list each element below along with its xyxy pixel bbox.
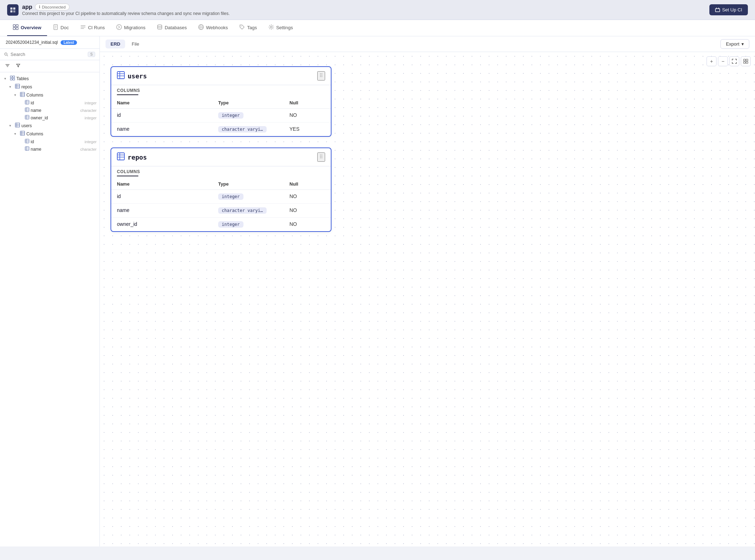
tree-item-repos-name[interactable]: ▾ name character (0, 107, 99, 114)
settings-icon (268, 24, 274, 31)
users-columns-icon (20, 131, 25, 137)
search-input[interactable] (11, 52, 86, 57)
tab-webhooks[interactable]: Webhooks (192, 20, 233, 36)
svg-rect-18 (13, 76, 15, 78)
file-name: 20240520041234_initial.sql (6, 40, 58, 45)
svg-point-38 (322, 75, 322, 76)
svg-rect-34 (117, 72, 124, 79)
file-name-row: 20240520041234_initial.sql Latest (0, 36, 99, 49)
sub-tab-file[interactable]: File (127, 40, 144, 48)
svg-point-37 (320, 75, 321, 76)
nav-tabs: Overview Doc CI Runs Migrations Database… (0, 20, 755, 36)
repos-label: repos (21, 84, 97, 89)
export-button[interactable]: Export ▾ (720, 39, 749, 49)
svg-point-40 (322, 76, 322, 77)
app-title-area: app Disconnected Connect this project to… (22, 4, 230, 16)
svg-rect-41 (117, 153, 124, 160)
repos-owner-id-type: integer (84, 116, 97, 120)
svg-point-15 (270, 26, 272, 28)
app-name-row: app Disconnected (22, 4, 230, 10)
zoom-out-button[interactable]: − (718, 56, 728, 66)
repos-table-icon (15, 84, 20, 90)
erd-table-users-header: users (111, 67, 331, 85)
main-container: Overview Doc CI Runs Migrations Database… (0, 20, 755, 546)
tab-ci-runs[interactable]: CI Runs (75, 20, 111, 36)
overview-icon (13, 24, 19, 31)
tree-item-users-id[interactable]: ▾ id integer (0, 138, 99, 145)
svg-point-35 (320, 73, 321, 74)
export-chevron-icon: ▾ (741, 41, 744, 47)
svg-rect-7 (13, 27, 15, 30)
search-bar: S (0, 49, 99, 60)
svg-point-10 (117, 25, 122, 30)
tree-item-tables[interactable]: ▾ Tables (0, 74, 99, 83)
tab-doc[interactable]: Doc (47, 20, 75, 36)
tab-overview[interactable]: Overview (7, 20, 47, 36)
repos-owner-id-type-badge: integer (218, 221, 289, 228)
repos-name-null: NO (289, 207, 325, 214)
sub-tab-erd[interactable]: ERD (106, 40, 125, 48)
banner-left: app Disconnected Connect this project to… (7, 4, 230, 16)
webhooks-icon (198, 24, 204, 31)
setup-ci-button[interactable]: Set Up CI (709, 4, 748, 15)
doc-icon (53, 24, 58, 31)
users-label: users (21, 123, 97, 128)
repos-col-header-null: Null (289, 181, 325, 187)
tree-item-repos-columns[interactable]: ▾ Columns (0, 91, 99, 99)
svg-rect-1 (13, 7, 15, 10)
search-icon (4, 52, 9, 57)
erd-repos-row-owner-id: owner_id integer NO (111, 218, 331, 231)
tab-migrations-label: Migrations (124, 25, 145, 30)
users-table-icon (15, 123, 20, 129)
sidebar: 20240520041234_initial.sql Latest S (0, 36, 100, 546)
repos-id-type-badge: integer (218, 193, 289, 200)
search-shortcut: S (88, 52, 95, 57)
app-name: app (22, 4, 32, 10)
svg-rect-8 (16, 27, 18, 30)
export-label: Export (726, 41, 739, 47)
svg-rect-17 (10, 76, 12, 78)
disconnected-badge: Disconnected (35, 4, 70, 10)
migrations-icon (116, 24, 122, 31)
chevron-users-columns: ▾ (14, 132, 19, 136)
erd-users-drag-handle[interactable] (317, 71, 325, 81)
tree-item-repos-owner-id[interactable]: ▾ owner_id integer (0, 114, 99, 121)
erd-repos-drag-handle[interactable] (317, 152, 325, 162)
svg-rect-4 (715, 9, 720, 12)
tab-databases[interactable]: Databases (151, 20, 192, 36)
collapse-all-button[interactable] (3, 62, 12, 71)
svg-rect-29 (25, 147, 29, 151)
users-name-null: YES (289, 126, 325, 133)
users-col-header-null: Null (289, 100, 325, 105)
tab-overview-label: Overview (21, 25, 41, 30)
erd-table-users-title: users (117, 71, 147, 81)
tree-item-users-name[interactable]: ▾ name character (0, 145, 99, 153)
fit-view-button[interactable] (729, 56, 739, 66)
grid-toggle-button[interactable] (741, 56, 751, 66)
tables-folder-icon (10, 76, 15, 82)
erd-repos-col-headers: Name Type Null (111, 178, 331, 190)
tree-item-repos-id[interactable]: ▾ id integer (0, 99, 99, 107)
tab-tags[interactable]: Tags (233, 20, 262, 36)
tab-settings[interactable]: Settings (263, 20, 299, 36)
repos-columns-label: Columns (26, 93, 97, 98)
repos-id-label: id (31, 100, 83, 105)
users-col-header-name: Name (117, 100, 218, 105)
users-id-type-badge: integer (218, 112, 289, 119)
repos-columns-icon (20, 92, 25, 98)
repos-name-icon (25, 108, 29, 113)
zoom-in-button[interactable]: + (707, 56, 717, 66)
filter-button[interactable] (14, 62, 23, 71)
tree-item-repos[interactable]: ▾ repos (0, 83, 99, 91)
users-id-null: NO (289, 112, 325, 119)
repos-name-label: name (31, 108, 79, 113)
tree-item-users-columns[interactable]: ▾ Columns (0, 130, 99, 138)
tree-item-users[interactable]: ▾ users (0, 121, 99, 130)
right-panel: ERD File Export ▾ + − (100, 36, 755, 546)
svg-point-43 (322, 155, 322, 155)
users-id-type: integer (84, 140, 97, 144)
users-id-icon (25, 139, 29, 144)
erd-repos-columns-label: COLUMNS (111, 166, 331, 174)
tab-migrations[interactable]: Migrations (111, 20, 151, 36)
users-name-icon (25, 146, 29, 152)
